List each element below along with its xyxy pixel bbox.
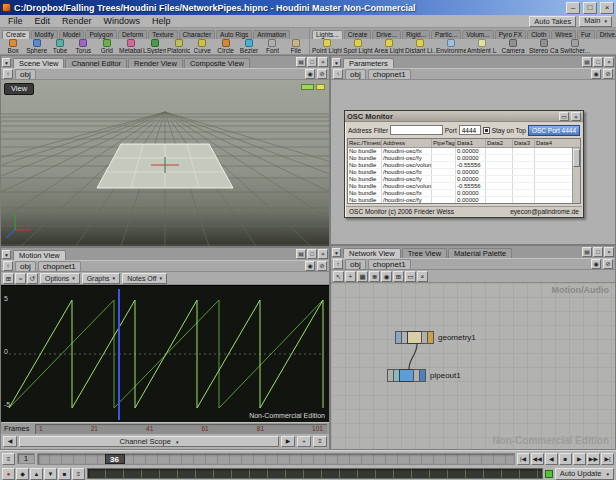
breadcrumb[interactable]: chopnet1 xyxy=(38,261,81,272)
shelf-tool[interactable]: Grid xyxy=(96,39,118,54)
pane-tab[interactable]: Composite View xyxy=(184,58,250,68)
shelf-tab[interactable]: Animation xyxy=(253,30,290,39)
pane-tab[interactable]: Network View xyxy=(343,248,401,258)
shelf-tab[interactable]: Texture xyxy=(148,30,177,39)
network-toolbar-icon[interactable]: × xyxy=(417,271,428,282)
close-button[interactable]: × xyxy=(600,2,614,14)
scope-prev-icon[interactable]: ◀ xyxy=(3,436,17,447)
shelf-tab[interactable]: Lights... xyxy=(312,30,343,39)
osc-minimize-icon[interactable]: ▭ xyxy=(559,112,569,121)
pane-tab[interactable]: Material Palette xyxy=(448,248,512,258)
shelf-tab[interactable]: Model xyxy=(59,30,85,39)
osc-column-header[interactable]: Address xyxy=(382,139,432,147)
table-row[interactable]: No bundle/houdini-osc/fx 0.00000 xyxy=(348,169,572,176)
port-input[interactable] xyxy=(459,125,481,135)
pipeout-node-icon[interactable] xyxy=(399,369,414,382)
shelf-tab[interactable]: Wires xyxy=(551,30,576,39)
stay-on-top-checkbox[interactable] xyxy=(483,127,490,134)
maximize-pane-icon[interactable]: □ xyxy=(593,57,603,67)
transport-button[interactable]: ▶| xyxy=(601,453,614,465)
osc-column-header[interactable]: Data2 xyxy=(486,139,513,147)
shelf-tab[interactable]: Partic... xyxy=(431,30,461,39)
shelf-tool[interactable]: Area Light xyxy=(374,39,404,54)
pane-menu-icon[interactable]: ▼ xyxy=(2,250,11,259)
breadcrumb[interactable]: obj xyxy=(15,69,36,80)
pane-tab[interactable]: Parameters xyxy=(343,58,394,68)
shelf-tab[interactable]: Fur xyxy=(577,30,595,39)
pane-tab[interactable]: Scene View xyxy=(13,58,64,68)
playbar-tool-icon[interactable]: ≡ xyxy=(72,468,85,480)
shelf-tab[interactable]: Volum... xyxy=(462,30,493,39)
lock-icon[interactable]: ⊘ xyxy=(317,69,327,79)
auto-update-dropdown[interactable]: Auto Update ▾ xyxy=(555,468,614,480)
pin-icon[interactable]: ◉ xyxy=(305,261,315,271)
pane-tab[interactable]: Render View xyxy=(128,58,183,68)
node-pipeout1[interactable]: pipeout1 xyxy=(387,369,461,382)
close-pane-icon[interactable]: × xyxy=(318,249,328,259)
menu-item[interactable]: Render xyxy=(56,15,98,27)
network-toolbar-icon[interactable]: ▦ xyxy=(357,271,368,282)
shelf-tab[interactable]: Auto Rigs xyxy=(216,30,252,39)
shelf-tool[interactable]: Torus xyxy=(72,39,94,54)
maximize-button[interactable]: □ xyxy=(583,2,597,14)
timeline-slider[interactable]: 36 xyxy=(37,453,515,465)
breadcrumb[interactable]: obj xyxy=(345,259,366,270)
network-toolbar-icon[interactable]: + xyxy=(345,271,356,282)
shelf-tool[interactable]: Distant Li... xyxy=(405,39,435,54)
menu-item[interactable]: Edit xyxy=(29,15,57,27)
lock-icon[interactable]: ⊘ xyxy=(603,69,613,79)
auto-takes-button[interactable]: Auto Takes xyxy=(529,16,576,27)
breadcrumb[interactable]: chopnet1 xyxy=(368,259,411,270)
shelf-tool[interactable]: Environme... xyxy=(436,39,466,54)
osc-column-header[interactable]: Data3 xyxy=(513,139,535,147)
pane-tab[interactable]: Channel Editor xyxy=(65,58,127,68)
shelf-tab[interactable]: Polygon xyxy=(85,30,117,39)
shelf-tool[interactable]: Spot Light xyxy=(343,39,373,54)
take-menu[interactable]: Main ▾ xyxy=(579,16,612,27)
table-row[interactable]: No bundle/houdini-osc/fy 0.00000 xyxy=(348,197,572,203)
shelf-tab[interactable]: Cloth xyxy=(527,30,550,39)
shelf-tab[interactable]: Rigid... xyxy=(402,30,430,39)
pane-tab[interactable]: Motion View xyxy=(13,250,66,260)
table-row[interactable]: No bundle/houdini-osc/fx 0.00000 xyxy=(348,148,572,155)
network-toolbar-icon[interactable]: ↖ xyxy=(333,271,344,282)
scope-next-icon[interactable]: ▶ xyxy=(281,436,295,447)
transport-button[interactable]: ■ xyxy=(559,453,572,465)
split-horizontal-icon[interactable]: ▤ xyxy=(582,57,592,67)
playbar-tool-icon[interactable]: ▲ xyxy=(30,468,43,480)
transport-button[interactable]: |◀ xyxy=(517,453,530,465)
lock-icon[interactable]: ⊘ xyxy=(317,261,327,271)
shelf-tool[interactable]: LSystem xyxy=(143,39,166,54)
start-frame-field[interactable]: 1 xyxy=(17,453,35,464)
playback-range-bar[interactable] xyxy=(87,468,543,479)
table-scrollbar[interactable] xyxy=(572,148,580,203)
maximize-pane-icon[interactable]: □ xyxy=(307,249,317,259)
pin-icon[interactable]: ◉ xyxy=(591,259,601,269)
breadcrumb[interactable]: obj xyxy=(345,69,366,80)
shelf-tool[interactable]: Circle xyxy=(214,39,236,54)
viewport-indicator-green[interactable] xyxy=(301,84,314,90)
pin-icon[interactable]: ◉ xyxy=(591,69,601,79)
path-up-icon[interactable]: ↑ xyxy=(3,261,13,271)
shelf-tab[interactable]: Deform xyxy=(118,30,147,39)
frame-ruler-ticks[interactable]: 121416181101 xyxy=(35,424,327,434)
shelf-tab[interactable]: Drive... xyxy=(372,30,401,39)
table-row[interactable]: No bundle/houdini-osc/fx 0.00000 xyxy=(348,190,572,197)
shelf-tool[interactable]: Stereo Ca... xyxy=(529,39,559,54)
table-row[interactable]: No bundle/houdini-osc/volume -0.55556 xyxy=(348,183,572,190)
motion-toolbar-icon[interactable]: ⊞ xyxy=(3,273,14,284)
table-row[interactable]: No bundle/houdini-osc/fy 0.00000 xyxy=(348,155,572,162)
breadcrumb[interactable]: obj xyxy=(15,261,36,272)
address-filter-input[interactable] xyxy=(390,125,443,135)
menu-item[interactable]: File xyxy=(2,15,29,27)
close-pane-icon[interactable]: × xyxy=(318,57,328,67)
osc-column-header[interactable]: Data4 xyxy=(535,139,572,147)
shelf-tab[interactable]: Create xyxy=(2,30,30,39)
lock-icon[interactable]: ⊘ xyxy=(603,259,613,269)
node-geometry1[interactable]: geometry1 xyxy=(395,331,476,344)
scope-options-icon[interactable]: ≡ xyxy=(313,436,327,447)
osc-column-header[interactable]: PipeTag xyxy=(432,139,456,147)
maximize-pane-icon[interactable]: □ xyxy=(307,57,317,67)
table-row[interactable]: No bundle/houdini-osc/fy 0.00000 xyxy=(348,176,572,183)
shelf-tab[interactable]: Character xyxy=(179,30,216,39)
